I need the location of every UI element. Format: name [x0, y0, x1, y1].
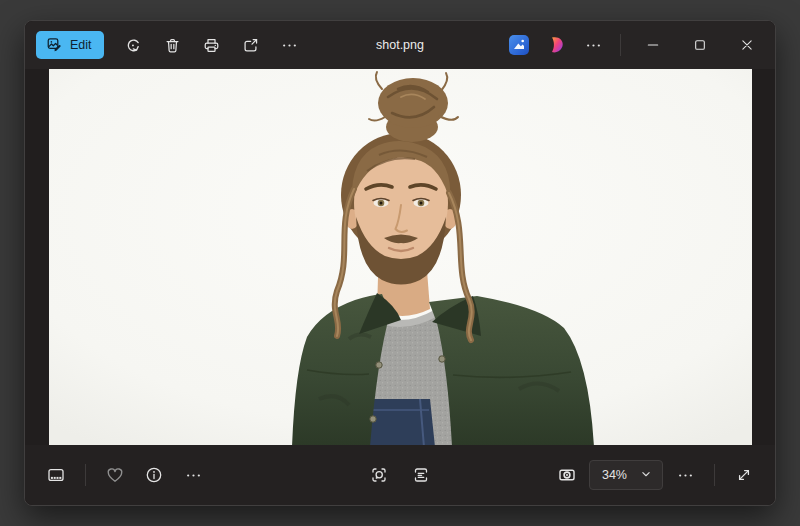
visual-search-button[interactable] — [362, 458, 396, 492]
photos-app-window: Edit — [24, 20, 776, 506]
minimize-button[interactable] — [631, 24, 675, 66]
edit-button-label: Edit — [70, 38, 92, 52]
maximize-button[interactable] — [678, 24, 722, 66]
filmstrip-toggle-button[interactable] — [39, 458, 73, 492]
more-icon — [584, 36, 603, 55]
zoom-level-dropdown[interactable]: 34% — [589, 460, 663, 490]
bottom-toolbar: 34% — [25, 445, 775, 505]
more-icon — [280, 36, 299, 55]
more-icon — [676, 466, 695, 485]
print-button[interactable] — [195, 28, 229, 62]
delete-icon — [163, 36, 182, 55]
toolbar-left-tools — [39, 458, 210, 492]
print-icon — [202, 36, 221, 55]
visual-search-icon — [369, 465, 389, 485]
photo-canvas[interactable] — [49, 69, 752, 445]
share-button[interactable] — [234, 28, 268, 62]
chevron-down-icon — [639, 467, 653, 484]
more-icon — [184, 466, 203, 485]
designer-button[interactable] — [539, 28, 573, 62]
text-actions-button[interactable] — [404, 458, 438, 492]
toolbar-right-divider — [714, 464, 715, 486]
text-actions-icon — [411, 465, 431, 485]
zoom-fit-button[interactable] — [550, 458, 584, 492]
zoom-level-value: 34% — [602, 468, 627, 482]
favorite-button[interactable] — [98, 458, 132, 492]
maximize-icon — [691, 36, 709, 54]
titlebar-divider — [620, 34, 621, 56]
photo-viewport — [25, 69, 775, 445]
edit-button[interactable]: Edit — [36, 31, 104, 59]
titlebar-more-button[interactable] — [273, 28, 307, 62]
portrait-photo-illustration — [49, 69, 752, 445]
rotate-icon — [124, 36, 143, 55]
titlebar-overflow-button[interactable] — [576, 28, 610, 62]
titlebar-right-tools — [502, 24, 769, 66]
zoom-fit-icon — [557, 465, 577, 485]
designer-logo-icon — [546, 35, 566, 55]
edit-image-icon — [45, 35, 63, 56]
close-button[interactable] — [725, 24, 769, 66]
rotate-button[interactable] — [117, 28, 151, 62]
minimize-icon — [644, 36, 662, 54]
toolbar-right-tools: 34% — [550, 458, 761, 492]
titlebar: Edit — [25, 21, 775, 69]
close-icon — [738, 36, 756, 54]
delete-button[interactable] — [156, 28, 190, 62]
fullscreen-icon — [734, 465, 754, 485]
share-icon — [241, 36, 260, 55]
edit-with-designer-icon — [509, 35, 529, 55]
fullscreen-button[interactable] — [727, 458, 761, 492]
toolbar-more-button[interactable] — [176, 458, 210, 492]
toolbar-overflow-button[interactable] — [668, 458, 702, 492]
info-icon — [144, 465, 164, 485]
favorite-heart-icon — [105, 465, 125, 485]
titlebar-left-tools: Edit — [36, 28, 307, 62]
filmstrip-icon — [46, 465, 66, 485]
edit-with-designer-button[interactable] — [502, 28, 536, 62]
toolbar-center-tools — [362, 458, 438, 492]
toolbar-divider — [85, 464, 86, 486]
file-info-button[interactable] — [137, 458, 171, 492]
